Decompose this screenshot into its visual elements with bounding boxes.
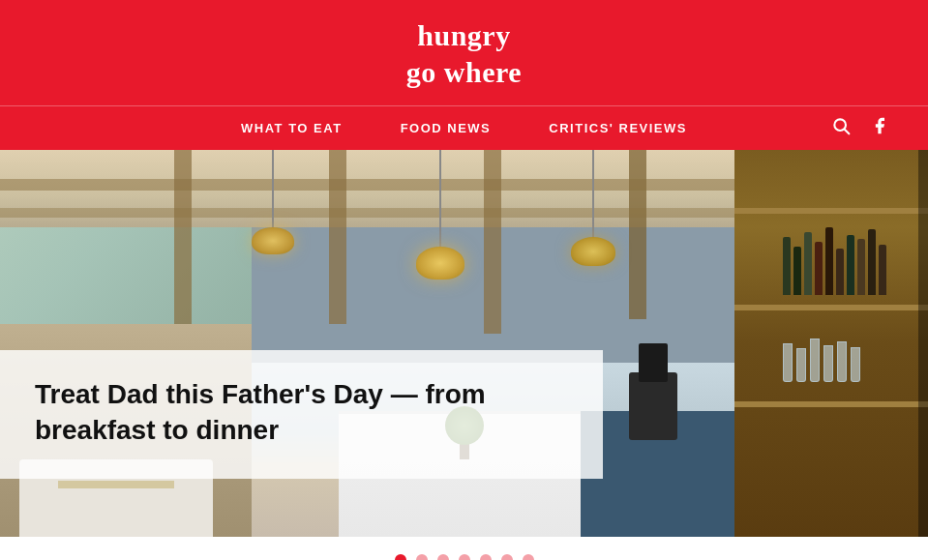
site-logo[interactable]: hungry go where bbox=[406, 17, 522, 90]
nav-what-to-eat[interactable]: WHAT TO EAT bbox=[241, 121, 343, 135]
svg-line-1 bbox=[845, 130, 850, 134]
nav-links: WHAT TO EAT FOOD NEWS CRITICS' REVIEWS bbox=[241, 121, 687, 135]
hero-section: Treat Dad this Father's Day — from break… bbox=[0, 150, 928, 537]
facebook-icon[interactable] bbox=[870, 116, 889, 140]
carousel-dot-4[interactable] bbox=[459, 554, 470, 560]
carousel-dot-1[interactable] bbox=[395, 554, 406, 560]
carousel-dot-5[interactable] bbox=[480, 554, 492, 560]
logo-line1: hungry bbox=[406, 17, 522, 54]
hero-title: Treat Dad this Father's Day — from break… bbox=[35, 377, 568, 448]
carousel-dot-3[interactable] bbox=[437, 554, 449, 560]
nav-food-news[interactable]: FOOD NEWS bbox=[401, 121, 492, 135]
carousel-dot-6[interactable] bbox=[501, 554, 513, 560]
main-nav: WHAT TO EAT FOOD NEWS CRITICS' REVIEWS bbox=[0, 105, 928, 150]
search-icon[interactable] bbox=[831, 116, 851, 140]
hero-text-overlay: Treat Dad this Father's Day — from break… bbox=[0, 350, 603, 479]
site-header: hungry go where bbox=[0, 0, 928, 105]
carousel-dots bbox=[0, 537, 928, 560]
carousel-dot-2[interactable] bbox=[416, 554, 428, 560]
nav-critics-reviews[interactable]: CRITICS' REVIEWS bbox=[549, 121, 687, 135]
carousel-dot-7[interactable] bbox=[523, 554, 534, 560]
logo-line2: go where bbox=[406, 54, 522, 91]
nav-icons bbox=[831, 116, 889, 140]
